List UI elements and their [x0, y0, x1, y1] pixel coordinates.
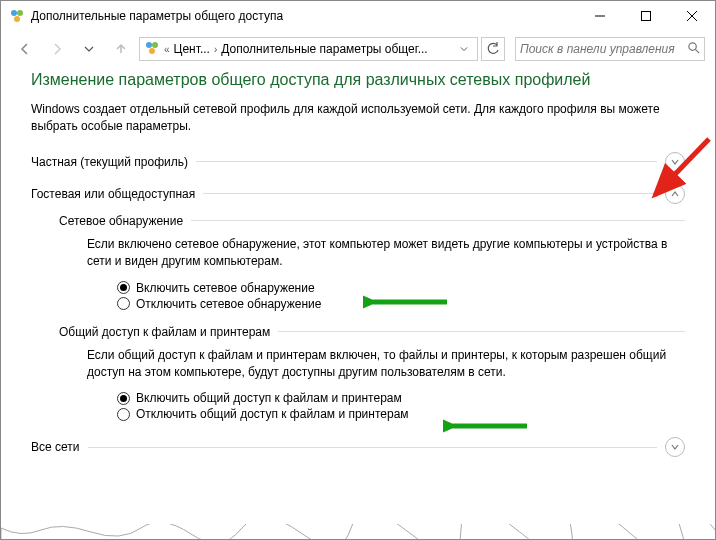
- breadcrumb-item[interactable]: Дополнительные параметры общег...: [221, 42, 427, 56]
- section-private[interactable]: Частная (текущий профиль): [31, 150, 685, 174]
- svg-line-11: [695, 49, 699, 53]
- radio-label: Включить сетевое обнаружение: [136, 281, 315, 295]
- search-icon[interactable]: [687, 41, 700, 57]
- radio-label: Отключить общий доступ к файлам и принте…: [136, 407, 409, 421]
- radio-icon: [117, 281, 130, 294]
- section-all-networks[interactable]: Все сети: [31, 435, 685, 459]
- radio-enable-file-printer-sharing[interactable]: Включить общий доступ к файлам и принтер…: [117, 391, 685, 405]
- radio-disable-file-printer-sharing[interactable]: Отключить общий доступ к файлам и принте…: [117, 407, 685, 421]
- app-icon: [9, 8, 25, 24]
- section-guest-label: Гостевая или общедоступная: [31, 187, 195, 201]
- svg-point-7: [146, 42, 152, 48]
- svg-point-0: [11, 10, 17, 16]
- svg-point-10: [689, 43, 696, 50]
- file-printer-sharing-desc: Если общий доступ к файлам и принтерам в…: [87, 347, 685, 382]
- svg-point-8: [152, 42, 158, 48]
- radio-icon: [117, 297, 130, 310]
- svg-point-1: [17, 10, 23, 16]
- expand-icon[interactable]: [665, 437, 685, 457]
- recent-locations-button[interactable]: [75, 35, 103, 63]
- network-icon: [144, 40, 160, 59]
- subsection-file-printer-sharing: Общий доступ к файлам и принтерам: [59, 325, 685, 339]
- torn-edge-decoration: [1, 524, 716, 540]
- network-discovery-desc: Если включено сетевое обнаружение, этот …: [87, 236, 685, 271]
- section-guest[interactable]: Гостевая или общедоступная: [31, 182, 685, 206]
- refresh-button[interactable]: [481, 37, 505, 61]
- section-private-label: Частная (текущий профиль): [31, 155, 188, 169]
- radio-enable-network-discovery[interactable]: Включить сетевое обнаружение: [117, 281, 685, 295]
- radio-label: Включить общий доступ к файлам и принтер…: [136, 391, 402, 405]
- navbar: « Цент... › Дополнительные параметры общ…: [1, 31, 715, 67]
- searchbox[interactable]: [515, 37, 705, 61]
- radio-label: Отключить сетевое обнаружение: [136, 297, 321, 311]
- expand-icon[interactable]: [665, 152, 685, 172]
- breadcrumb-chevron-icon: ›: [214, 44, 217, 55]
- collapse-icon[interactable]: [665, 184, 685, 204]
- svg-rect-4: [642, 12, 651, 21]
- addressbar-dropdown-button[interactable]: [455, 38, 473, 60]
- svg-point-2: [14, 16, 20, 22]
- subsection-file-printer-sharing-label: Общий доступ к файлам и принтерам: [59, 325, 270, 339]
- titlebar: Дополнительные параметры общего доступа: [1, 1, 715, 31]
- page-subtext: Windows создает отдельный сетевой профил…: [31, 101, 685, 136]
- close-button[interactable]: [669, 1, 715, 31]
- breadcrumb-chevron-icon: «: [164, 44, 170, 55]
- breadcrumb-item[interactable]: Цент...: [174, 42, 210, 56]
- maximize-button[interactable]: [623, 1, 669, 31]
- radio-icon: [117, 408, 130, 421]
- window-title: Дополнительные параметры общего доступа: [31, 9, 577, 23]
- section-all-networks-label: Все сети: [31, 440, 80, 454]
- page-heading: Изменение параметров общего доступа для …: [31, 71, 685, 89]
- radio-disable-network-discovery[interactable]: Отключить сетевое обнаружение: [117, 297, 685, 311]
- search-input[interactable]: [520, 42, 687, 56]
- back-button[interactable]: [11, 35, 39, 63]
- radio-icon: [117, 392, 130, 405]
- addressbar[interactable]: « Цент... › Дополнительные параметры общ…: [139, 37, 478, 61]
- forward-button[interactable]: [43, 35, 71, 63]
- svg-point-9: [149, 48, 155, 54]
- subsection-network-discovery: Сетевое обнаружение: [59, 214, 685, 228]
- minimize-button[interactable]: [577, 1, 623, 31]
- subsection-network-discovery-label: Сетевое обнаружение: [59, 214, 183, 228]
- up-button[interactable]: [107, 35, 135, 63]
